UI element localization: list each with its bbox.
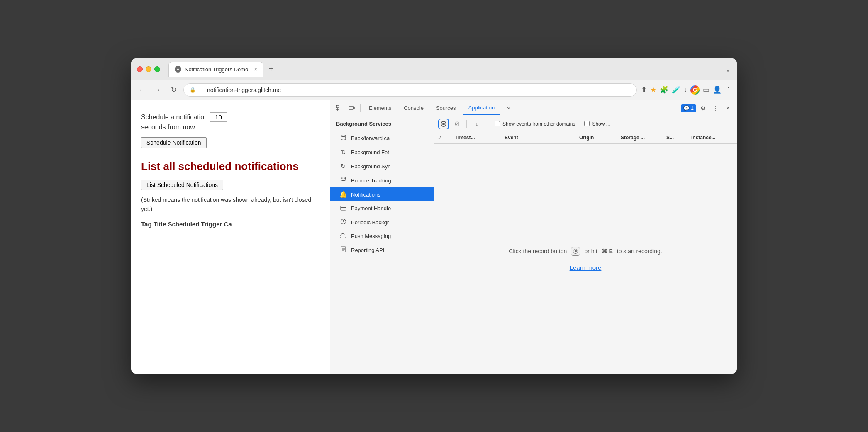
show-events-label: Show events from other domains bbox=[502, 121, 575, 127]
table-empty-body: Click the record button or hit ⌘ E to st… bbox=[434, 144, 737, 374]
sidebar-item-bouncetracking[interactable]: Bounce Tracking bbox=[330, 173, 434, 187]
reload-icon: ↻ bbox=[171, 86, 176, 94]
traffic-lights bbox=[137, 66, 160, 72]
address-right-icons: ⬆ ★ 🧩 🧪 ↓ G ▭ 👤 ⋮ bbox=[641, 85, 732, 95]
toolbar-separator-2 bbox=[466, 120, 467, 128]
schedule-notification-button[interactable]: Schedule Notification bbox=[141, 137, 207, 148]
keyboard-shortcut: ⌘ E bbox=[602, 248, 613, 255]
labs-icon[interactable]: 🧪 bbox=[672, 85, 680, 94]
tab-close-button[interactable]: × bbox=[254, 66, 257, 73]
record-circle-icon bbox=[441, 121, 446, 127]
empty-msg-suffix: to start recording. bbox=[617, 248, 662, 255]
sidebar-item-notifications[interactable]: 🔔 Notifications bbox=[330, 187, 434, 201]
payment-icon bbox=[339, 205, 347, 212]
profile-icon[interactable]: 👤 bbox=[713, 85, 722, 94]
sidebar-label-backforward: Back/forward ca bbox=[351, 135, 390, 141]
list-scheduled-notifications-button[interactable]: List Scheduled Notifications bbox=[141, 180, 223, 190]
download-icon[interactable]: ↓ bbox=[684, 86, 688, 94]
responsive-design-icon[interactable] bbox=[346, 102, 358, 114]
tab-sources[interactable]: Sources bbox=[430, 102, 462, 114]
back-icon: ← bbox=[139, 86, 145, 94]
download-log-button[interactable]: ↓ bbox=[471, 118, 483, 130]
lock-icon: 🔒 bbox=[190, 87, 196, 93]
seconds-input[interactable] bbox=[210, 112, 227, 122]
browser-window: ● Notification Triggers Demo × + ⌄ ← → ↻… bbox=[131, 58, 737, 374]
show-events-checkbox[interactable] bbox=[495, 121, 500, 126]
sidebar-item-backforward[interactable]: Back/forward ca bbox=[330, 131, 434, 145]
col-s: S... bbox=[666, 135, 691, 141]
sidebar-label-bouncetracking: Bounce Tracking bbox=[351, 177, 391, 184]
empty-msg-prefix: Click the record button bbox=[509, 248, 567, 255]
empty-msg-mid: or hit bbox=[584, 248, 597, 255]
svg-point-5 bbox=[341, 135, 346, 137]
sidebar-header: Background Services bbox=[330, 116, 434, 131]
sync-icon: ↻ bbox=[339, 163, 347, 170]
record-button[interactable] bbox=[438, 119, 449, 129]
minimize-traffic-light[interactable] bbox=[146, 66, 151, 72]
sidebar-label-bgfetch: Background Fet bbox=[351, 149, 389, 155]
sidebar-item-bgsync[interactable]: ↻ Background Syn bbox=[330, 159, 434, 173]
sidebar-item-periodic[interactable]: Periodic Backgr bbox=[330, 215, 434, 229]
chat-notification-badge[interactable]: 💬 1 bbox=[681, 104, 696, 112]
tab-favicon: ● bbox=[175, 66, 181, 73]
cast-icon[interactable]: ▭ bbox=[703, 85, 710, 94]
devtools-settings-button[interactable]: ⚙ bbox=[697, 102, 709, 114]
bookmark-icon[interactable]: ★ bbox=[650, 85, 656, 94]
tab-console[interactable]: Console bbox=[398, 102, 429, 114]
show-more-checkbox[interactable] bbox=[584, 121, 590, 126]
reload-button[interactable]: ↻ bbox=[168, 84, 179, 96]
tab-elements[interactable]: Elements bbox=[363, 102, 397, 114]
close-traffic-light[interactable] bbox=[137, 66, 143, 72]
list-note: (Striked means the notification was show… bbox=[141, 195, 320, 214]
cloud-icon bbox=[339, 233, 347, 240]
show-more-checkbox-area: Show ... bbox=[584, 121, 610, 127]
record-dot-icon bbox=[442, 123, 445, 125]
google-icon: G bbox=[690, 85, 700, 95]
devtools-more-button[interactable]: ⋮ bbox=[710, 102, 721, 114]
tab-application[interactable]: Application bbox=[463, 101, 501, 115]
clear-button[interactable]: ⊘ bbox=[451, 119, 462, 129]
sidebar-item-payment[interactable]: Payment Handle bbox=[330, 201, 434, 215]
new-tab-button[interactable]: + bbox=[265, 63, 277, 75]
devtools-body: Background Services Back/forward ca ⇅ Ba… bbox=[330, 116, 737, 374]
sidebar-label-reporting: Reporting API bbox=[351, 247, 384, 253]
bell-icon: 🔔 bbox=[339, 191, 347, 198]
record-inline-dot-icon bbox=[575, 250, 577, 252]
schedule-section: Schedule a notification seconds from now… bbox=[141, 112, 320, 148]
toolbar-separator-3 bbox=[487, 120, 487, 128]
sidebar-item-reporting[interactable]: Reporting API bbox=[330, 243, 434, 257]
note-striked: Striked bbox=[143, 197, 161, 203]
menu-icon[interactable]: ⋮ bbox=[725, 85, 732, 94]
svg-rect-3 bbox=[349, 106, 353, 109]
schedule-line2: seconds from now. bbox=[141, 124, 196, 131]
toolbar-separator bbox=[360, 104, 361, 112]
record-inline-circle-icon bbox=[573, 249, 578, 254]
tab-more[interactable]: » bbox=[501, 102, 516, 114]
inspect-element-icon[interactable] bbox=[334, 102, 345, 114]
sidebar-label-push: Push Messaging bbox=[351, 233, 391, 239]
back-button[interactable]: ← bbox=[136, 84, 148, 96]
sidebar-item-push[interactable]: Push Messaging bbox=[330, 229, 434, 243]
database-icon bbox=[339, 134, 347, 142]
show-events-checkbox-area: Show events from other domains bbox=[495, 121, 575, 127]
devtools-close-button[interactable]: × bbox=[722, 102, 734, 114]
maximize-traffic-light[interactable] bbox=[154, 66, 160, 72]
learn-more-link[interactable]: Learn more bbox=[570, 264, 602, 271]
table-columns-header: # Timest... Event Origin Storage ... S..… bbox=[434, 131, 737, 144]
schedule-description: Schedule a notification seconds from now… bbox=[141, 112, 320, 132]
extensions-icon[interactable]: 🧩 bbox=[660, 85, 668, 94]
record-inline-button-icon bbox=[571, 247, 580, 256]
share-icon[interactable]: ⬆ bbox=[641, 85, 647, 94]
table-header: Tag Title Scheduled Trigger Ca bbox=[141, 221, 320, 228]
address-input[interactable]: 🔒 notification-triggers.glitch.me bbox=[183, 83, 637, 97]
list-heading: List all scheduled notifications bbox=[141, 160, 320, 174]
svg-rect-4 bbox=[353, 107, 355, 109]
tracking-icon bbox=[339, 177, 347, 184]
tab-title: Notification Triggers Demo bbox=[185, 66, 248, 73]
url-text: notification-triggers.glitch.me bbox=[207, 87, 281, 93]
panel-toolbar: ⊘ ↓ Show events from other domains bbox=[434, 116, 737, 131]
col-event: Event bbox=[505, 135, 579, 141]
sidebar-item-bgfetch[interactable]: ⇅ Background Fet bbox=[330, 145, 434, 159]
forward-button[interactable]: → bbox=[152, 84, 163, 96]
active-tab[interactable]: ● Notification Triggers Demo × bbox=[168, 62, 263, 77]
